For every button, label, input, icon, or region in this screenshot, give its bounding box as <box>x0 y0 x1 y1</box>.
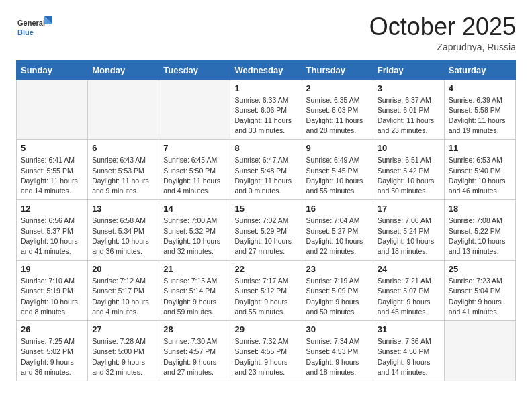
day-info: Sunrise: 7:12 AMSunset: 5:17 PMDaylight:… <box>92 276 154 317</box>
calendar-day-cell: 31Sunrise: 7:36 AMSunset: 4:50 PMDayligh… <box>373 321 444 381</box>
calendar-day-cell: 27Sunrise: 7:28 AMSunset: 5:00 PMDayligh… <box>88 321 159 381</box>
weekday-header-tuesday: Tuesday <box>159 60 230 79</box>
svg-text:Blue: Blue <box>17 28 34 36</box>
calendar-day-cell <box>444 321 515 381</box>
day-number: 25 <box>449 264 511 274</box>
day-info: Sunrise: 7:00 AMSunset: 5:32 PMDaylight:… <box>163 216 226 257</box>
calendar-day-cell: 6Sunrise: 6:43 AMSunset: 5:53 PMDaylight… <box>88 140 159 200</box>
calendar-day-cell: 17Sunrise: 7:06 AMSunset: 5:24 PMDayligh… <box>373 200 444 261</box>
calendar-day-cell <box>17 79 88 140</box>
calendar-day-cell: 11Sunrise: 6:53 AMSunset: 5:40 PMDayligh… <box>444 140 515 200</box>
logo-icon: General Blue <box>16 13 56 43</box>
day-info: Sunrise: 7:36 AMSunset: 4:50 PMDaylight:… <box>378 336 440 377</box>
day-info: Sunrise: 7:15 AMSunset: 5:14 PMDaylight:… <box>163 276 226 317</box>
day-number: 5 <box>21 143 83 153</box>
calendar-day-cell: 1Sunrise: 6:33 AMSunset: 6:06 PMDaylight… <box>230 79 302 140</box>
calendar-day-cell: 19Sunrise: 7:10 AMSunset: 5:19 PMDayligh… <box>17 261 88 321</box>
calendar-week-row: 12Sunrise: 6:56 AMSunset: 5:37 PMDayligh… <box>17 200 516 261</box>
calendar-table: SundayMondayTuesdayWednesdayThursdayFrid… <box>16 60 516 381</box>
day-number: 7 <box>163 143 226 153</box>
calendar-day-cell: 5Sunrise: 6:41 AMSunset: 5:55 PMDaylight… <box>17 140 88 200</box>
page: General Blue October 2025 Zaprudnya, Rus… <box>0 0 532 395</box>
day-number: 21 <box>163 264 226 274</box>
day-info: Sunrise: 7:02 AMSunset: 5:29 PMDaylight:… <box>234 216 297 257</box>
weekday-header-thursday: Thursday <box>302 60 373 79</box>
calendar-day-cell: 21Sunrise: 7:15 AMSunset: 5:14 PMDayligh… <box>159 261 230 321</box>
title-block: October 2025 Zaprudnya, Russia <box>369 13 516 52</box>
calendar-day-cell: 23Sunrise: 7:19 AMSunset: 5:09 PMDayligh… <box>302 261 373 321</box>
day-number: 28 <box>163 324 226 334</box>
weekday-header-row: SundayMondayTuesdayWednesdayThursdayFrid… <box>17 60 516 79</box>
calendar-day-cell: 15Sunrise: 7:02 AMSunset: 5:29 PMDayligh… <box>230 200 302 261</box>
day-number: 24 <box>378 264 440 274</box>
day-info: Sunrise: 6:58 AMSunset: 5:34 PMDaylight:… <box>92 216 154 257</box>
calendar-day-cell: 20Sunrise: 7:12 AMSunset: 5:17 PMDayligh… <box>88 261 159 321</box>
day-info: Sunrise: 6:39 AMSunset: 5:58 PMDaylight:… <box>449 95 511 136</box>
day-number: 26 <box>21 324 83 334</box>
day-number: 4 <box>449 83 511 93</box>
calendar-day-cell: 9Sunrise: 6:49 AMSunset: 5:45 PMDaylight… <box>302 140 373 200</box>
calendar-day-cell <box>88 79 159 140</box>
day-info: Sunrise: 7:34 AMSunset: 4:53 PMDaylight:… <box>306 336 369 377</box>
day-info: Sunrise: 6:45 AMSunset: 5:50 PMDaylight:… <box>163 155 226 196</box>
day-info: Sunrise: 7:06 AMSunset: 5:24 PMDaylight:… <box>378 216 440 257</box>
calendar-day-cell: 26Sunrise: 7:25 AMSunset: 5:02 PMDayligh… <box>17 321 88 381</box>
weekday-header-friday: Friday <box>373 60 444 79</box>
day-number: 14 <box>163 203 226 214</box>
day-info: Sunrise: 7:17 AMSunset: 5:12 PMDaylight:… <box>234 276 297 317</box>
day-info: Sunrise: 7:04 AMSunset: 5:27 PMDaylight:… <box>306 216 369 257</box>
day-number: 8 <box>234 143 297 153</box>
day-number: 29 <box>234 324 297 334</box>
header: General Blue October 2025 Zaprudnya, Rus… <box>16 13 516 52</box>
day-number: 1 <box>234 83 297 93</box>
calendar-week-row: 5Sunrise: 6:41 AMSunset: 5:55 PMDaylight… <box>17 140 516 200</box>
day-number: 12 <box>21 203 83 214</box>
day-number: 2 <box>306 83 369 93</box>
day-info: Sunrise: 7:25 AMSunset: 5:02 PMDaylight:… <box>21 336 83 377</box>
calendar-week-row: 1Sunrise: 6:33 AMSunset: 6:06 PMDaylight… <box>17 79 516 140</box>
day-info: Sunrise: 6:35 AMSunset: 6:03 PMDaylight:… <box>306 95 369 136</box>
day-info: Sunrise: 6:33 AMSunset: 6:06 PMDaylight:… <box>234 95 297 136</box>
day-number: 27 <box>92 324 154 334</box>
day-info: Sunrise: 6:43 AMSunset: 5:53 PMDaylight:… <box>92 155 154 196</box>
calendar-day-cell: 4Sunrise: 6:39 AMSunset: 5:58 PMDaylight… <box>444 79 515 140</box>
calendar-week-row: 26Sunrise: 7:25 AMSunset: 5:02 PMDayligh… <box>17 321 516 381</box>
calendar-day-cell: 16Sunrise: 7:04 AMSunset: 5:27 PMDayligh… <box>302 200 373 261</box>
calendar-day-cell: 2Sunrise: 6:35 AMSunset: 6:03 PMDaylight… <box>302 79 373 140</box>
day-info: Sunrise: 7:10 AMSunset: 5:19 PMDaylight:… <box>21 276 83 317</box>
day-info: Sunrise: 7:28 AMSunset: 5:00 PMDaylight:… <box>92 336 154 377</box>
day-info: Sunrise: 6:51 AMSunset: 5:42 PMDaylight:… <box>378 155 440 196</box>
day-number: 15 <box>234 203 297 214</box>
day-number: 17 <box>378 203 440 214</box>
calendar-week-row: 19Sunrise: 7:10 AMSunset: 5:19 PMDayligh… <box>17 261 516 321</box>
calendar-day-cell: 3Sunrise: 6:37 AMSunset: 6:01 PMDaylight… <box>373 79 444 140</box>
day-info: Sunrise: 7:19 AMSunset: 5:09 PMDaylight:… <box>306 276 369 317</box>
day-number: 13 <box>92 203 154 214</box>
day-info: Sunrise: 7:21 AMSunset: 5:07 PMDaylight:… <box>378 276 440 317</box>
calendar-day-cell: 25Sunrise: 7:23 AMSunset: 5:04 PMDayligh… <box>444 261 515 321</box>
day-number: 20 <box>92 264 154 274</box>
day-info: Sunrise: 6:56 AMSunset: 5:37 PMDaylight:… <box>21 216 83 257</box>
day-info: Sunrise: 7:08 AMSunset: 5:22 PMDaylight:… <box>449 216 511 257</box>
day-number: 10 <box>378 143 440 153</box>
day-number: 18 <box>449 203 511 214</box>
day-info: Sunrise: 6:49 AMSunset: 5:45 PMDaylight:… <box>306 155 369 196</box>
weekday-header-monday: Monday <box>88 60 159 79</box>
day-info: Sunrise: 6:41 AMSunset: 5:55 PMDaylight:… <box>21 155 83 196</box>
calendar-day-cell: 18Sunrise: 7:08 AMSunset: 5:22 PMDayligh… <box>444 200 515 261</box>
svg-text:General: General <box>17 19 45 27</box>
calendar-day-cell: 13Sunrise: 6:58 AMSunset: 5:34 PMDayligh… <box>88 200 159 261</box>
calendar-day-cell: 10Sunrise: 6:51 AMSunset: 5:42 PMDayligh… <box>373 140 444 200</box>
day-number: 22 <box>234 264 297 274</box>
calendar-day-cell: 8Sunrise: 6:47 AMSunset: 5:48 PMDaylight… <box>230 140 302 200</box>
calendar-day-cell: 24Sunrise: 7:21 AMSunset: 5:07 PMDayligh… <box>373 261 444 321</box>
calendar-day-cell: 12Sunrise: 6:56 AMSunset: 5:37 PMDayligh… <box>17 200 88 261</box>
day-number: 11 <box>449 143 511 153</box>
page-title: October 2025 <box>369 13 516 40</box>
calendar-day-cell: 22Sunrise: 7:17 AMSunset: 5:12 PMDayligh… <box>230 261 302 321</box>
calendar-day-cell: 28Sunrise: 7:30 AMSunset: 4:57 PMDayligh… <box>159 321 230 381</box>
day-number: 19 <box>21 264 83 274</box>
calendar-day-cell <box>159 79 230 140</box>
day-info: Sunrise: 7:32 AMSunset: 4:55 PMDaylight:… <box>234 336 297 377</box>
logo: General Blue <box>16 13 56 46</box>
